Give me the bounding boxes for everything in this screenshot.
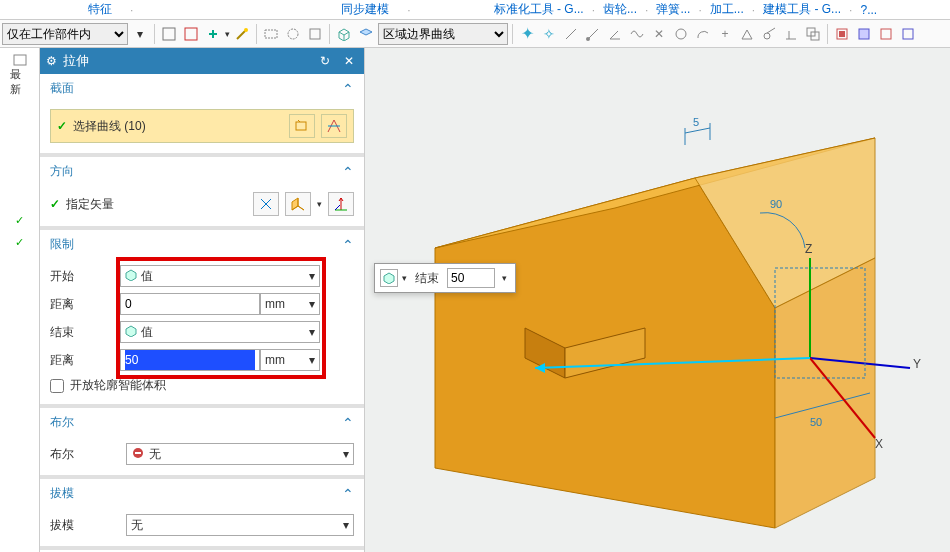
view3-icon[interactable] (876, 24, 896, 44)
plus-icon[interactable]: + (715, 24, 735, 44)
scope-select[interactable]: 仅在工作部件内 (2, 23, 128, 45)
section-boolean: 布尔⌃ 布尔 无 ▾ (40, 408, 364, 479)
svg-rect-17 (296, 122, 306, 130)
toolbar: 仅在工作部件内 ▾ ▾ 区域边界曲线 ✦ ✧ ✕ + (0, 20, 950, 48)
popup-label: 结束 (411, 270, 443, 287)
curve-type-select[interactable]: 区域边界曲线 (378, 23, 508, 45)
svg-rect-3 (265, 30, 277, 38)
curve-rule-icon[interactable] (321, 114, 347, 138)
svg-rect-5 (310, 29, 320, 39)
viewport-3d[interactable]: 5 90 50 Z Y X ▾ 结束 ▾ (365, 48, 950, 552)
angle-icon[interactable] (605, 24, 625, 44)
model-3d: 5 90 50 Z Y X (365, 48, 950, 552)
end-distance-unit[interactable]: mm▾ (260, 349, 320, 371)
view1-icon[interactable] (832, 24, 852, 44)
open-profile-row[interactable]: 开放轮廓智能体积 (50, 377, 354, 394)
view2-icon[interactable] (854, 24, 874, 44)
start-distance-label: 距离 (50, 296, 120, 313)
check2-icon: ✓ (10, 234, 30, 250)
add-icon[interactable] (203, 24, 223, 44)
chevron-down-icon: ▾ (309, 297, 315, 311)
section-limits: 限制⌃ 开始 值 ▾ 距离 mm▾ 结束 (40, 230, 364, 408)
reverse-icon[interactable] (253, 192, 279, 216)
panel-header: ⚙ 拉伸 ↻ ✕ (40, 48, 364, 74)
axis-icon[interactable] (328, 192, 354, 216)
wand-icon[interactable] (232, 24, 252, 44)
end-mode-select[interactable]: 值 ▾ (120, 321, 320, 343)
section-profile: 截面⌃ ✓ 选择曲线 (10) (40, 74, 364, 157)
section-profile-header[interactable]: 截面⌃ (40, 74, 364, 103)
tab-feature[interactable]: 特征 (80, 1, 120, 18)
snap-plus-icon[interactable]: ✦ (517, 24, 537, 44)
start-mode-select[interactable]: 值 ▾ (120, 265, 320, 287)
svg-text:X: X (875, 437, 883, 451)
checkbox-icon[interactable] (10, 52, 30, 68)
popup-input[interactable] (447, 268, 495, 288)
tab-std[interactable]: 标准化工具 - G... (486, 1, 592, 18)
chevron-down-icon[interactable]: ▾ (402, 273, 407, 283)
intersect-icon[interactable]: ✕ (649, 24, 669, 44)
check1-icon: ✓ (10, 212, 30, 228)
offset-icon[interactable] (803, 24, 823, 44)
chevron-down-icon: ▾ (309, 353, 315, 367)
select-curve-row[interactable]: ✓ 选择曲线 (10) (50, 109, 354, 143)
endpoint-icon[interactable] (583, 24, 603, 44)
draft-select[interactable]: 无 ▾ (126, 514, 354, 536)
left-sidebar: 最新 ✓ ✓ (0, 48, 40, 552)
select-icon[interactable] (159, 24, 179, 44)
perp-icon[interactable] (781, 24, 801, 44)
circle-icon[interactable] (671, 24, 691, 44)
window-icon[interactable] (181, 24, 201, 44)
open-profile-checkbox[interactable] (50, 379, 64, 393)
tangent-icon[interactable] (759, 24, 779, 44)
chevron-down-icon: ▾ (343, 518, 349, 532)
cube-icon[interactable] (380, 269, 398, 287)
square-icon[interactable] (305, 24, 325, 44)
tab-help[interactable]: ?... (852, 3, 885, 17)
line-icon[interactable] (561, 24, 581, 44)
cube-icon[interactable] (334, 24, 354, 44)
boolean-label: 布尔 (50, 446, 120, 463)
latest-label: 最新 (10, 74, 30, 90)
section-boolean-header[interactable]: 布尔⌃ (40, 408, 364, 437)
chevron-up-icon: ⌃ (342, 486, 354, 502)
section-direction-header[interactable]: 方向⌃ (40, 157, 364, 186)
section-draft-header[interactable]: 拔模⌃ (40, 479, 364, 508)
face-icon[interactable] (356, 24, 376, 44)
tab-machine[interactable]: 加工... (702, 1, 752, 18)
circle-dashed-icon[interactable] (283, 24, 303, 44)
view4-icon[interactable] (898, 24, 918, 44)
start-distance-input[interactable] (120, 293, 260, 315)
tab-model[interactable]: 建模工具 - G... (755, 1, 849, 18)
start-distance-unit[interactable]: mm▾ (260, 293, 320, 315)
vector-label: 指定矢量 (66, 196, 247, 213)
boolean-select[interactable]: 无 ▾ (126, 443, 354, 465)
sketch-icon[interactable] (289, 114, 315, 138)
extrude-panel: ⚙ 拉伸 ↻ ✕ 截面⌃ ✓ 选择曲线 (10) (40, 48, 365, 552)
chevron-up-icon: ⌃ (342, 81, 354, 97)
svg-rect-16 (14, 55, 26, 65)
close-icon[interactable]: ✕ (340, 52, 358, 70)
svg-line-19 (685, 128, 710, 133)
wave-icon[interactable] (627, 24, 647, 44)
triangle-icon[interactable] (737, 24, 757, 44)
svg-rect-15 (903, 29, 913, 39)
gear-icon[interactable]: ⚙ (46, 54, 57, 68)
snap-x-icon[interactable]: ✧ (539, 24, 559, 44)
chevron-up-icon: ⌃ (342, 164, 354, 180)
tab-sync[interactable]: 同步建模 (333, 1, 397, 18)
chevron-down-icon[interactable]: ▾ (499, 273, 510, 283)
end-distance-input[interactable] (120, 349, 260, 371)
section-direction: 方向⌃ ✓ 指定矢量 ▾ (40, 157, 364, 230)
rect-dashed-icon[interactable] (261, 24, 281, 44)
tab-gear[interactable]: 齿轮... (595, 1, 645, 18)
vector-dialog-icon[interactable] (285, 192, 311, 216)
draft-label: 拔模 (50, 517, 120, 534)
filter-icon[interactable]: ▾ (130, 24, 150, 44)
tab-spring[interactable]: 弹簧... (648, 1, 698, 18)
refresh-icon[interactable]: ↻ (316, 52, 334, 70)
svg-rect-1 (185, 28, 197, 40)
dynamic-input-popup[interactable]: ▾ 结束 ▾ (374, 263, 516, 293)
section-limits-header[interactable]: 限制⌃ (40, 230, 364, 259)
arc-icon[interactable] (693, 24, 713, 44)
